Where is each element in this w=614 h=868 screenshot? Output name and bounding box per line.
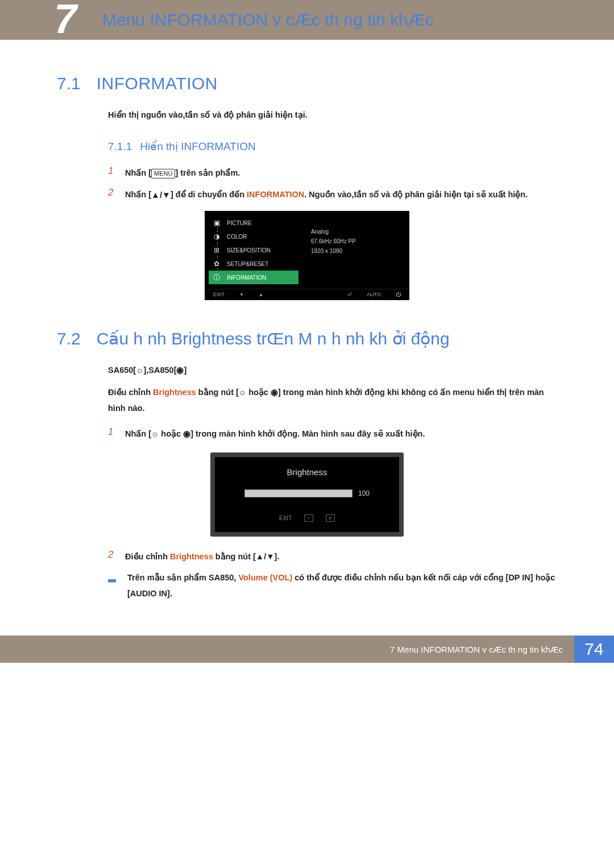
osd-menu-list: ▣PICTURE ◑COLOR ⊞SIZE&POSITION ✿SETUP&RE… [205, 211, 302, 289]
osd-item-label: COLOR [227, 234, 247, 240]
osd-footer: EXIT ⏎ AUTO ⏻ [205, 289, 409, 300]
page-footer: 7 Menu INFORMATION v cÆc th ng tin khÆc … [0, 636, 614, 663]
osd-screenshot: ▣PICTURE ◑COLOR ⊞SIZE&POSITION ✿SETUP&RE… [205, 211, 409, 300]
osd-info-res: 1920 x 1080 [311, 248, 400, 254]
applicable-models: SA650[☼],SA850[◉] [108, 366, 557, 375]
section-7-2-heading: 7.2 Cấu h nh Brightness trŒn M n h nh kh… [57, 329, 557, 348]
subsection-title: Hiển thị INFORMATION [140, 140, 256, 153]
text: . Nguồn vào,tần số và độ phân giải hiện … [304, 190, 528, 199]
osd-item-information: ⓘINFORMATION [209, 271, 298, 284]
menu-button-label: MENU [151, 169, 175, 178]
osd-item-label: PICTURE [227, 220, 252, 226]
text: bằng nút [▲/▼]. [213, 552, 280, 561]
osd-auto-label: AUTO [367, 292, 381, 297]
step-number: 1 [108, 165, 116, 177]
brightness-value: 100 [358, 489, 370, 497]
osd-item-label: SETUP&RESET [227, 261, 268, 267]
brightness-screenshot: Brightness 100 EXIT − + [210, 452, 404, 537]
setup-icon: ✿ [211, 259, 222, 268]
step-text: Nhấn [MENU] trên sản phẩm. [125, 165, 557, 181]
footer-page-number: 74 [574, 636, 614, 663]
brightness-footer: EXIT − + [231, 512, 383, 524]
osd-item-picture: ▣PICTURE [211, 216, 296, 230]
step-text: Nhấn [▲/▼] để di chuyển đến INFORMATION.… [125, 187, 557, 203]
osd-item-color: ◑COLOR [211, 230, 296, 243]
section-title: INFORMATION [97, 74, 218, 93]
note-icon: ▂ [108, 570, 118, 583]
subsection-7-1-1-heading: 7.1.1 Hiển thị INFORMATION [108, 140, 557, 153]
text: Nhấn [ [125, 190, 151, 199]
chapter-number: 7 [54, 0, 77, 42]
text: ] trên sản phẩm. [175, 168, 240, 177]
osd-body: ▣PICTURE ◑COLOR ⊞SIZE&POSITION ✿SETUP&RE… [205, 211, 409, 289]
brightness-exit: EXIT [279, 515, 292, 521]
footer-text: 7 Menu INFORMATION v cÆc th ng tin khÆc [0, 636, 574, 663]
minus-key: − [304, 514, 313, 522]
picture-icon: ▣ [211, 218, 222, 227]
osd-item-label: INFORMATION [227, 275, 266, 281]
power-icon: ⏻ [396, 292, 401, 297]
section-title: Cấu h nh Brightness trŒn M n h nh kh ởi … [97, 329, 450, 348]
osd-info-freq: 67.6kHz 60Hz PP [311, 238, 400, 244]
step-2: 2 Nhấn [▲/▼] để di chuyển đến INFORMATIO… [108, 187, 557, 203]
note-text: Trên mẫu sản phẩm SA850, Volume (VOL) có… [127, 570, 557, 601]
steps-7-2-cont: 2 Điều chỉnh Brightness bằng nút [▲/▼]. [108, 549, 557, 565]
size-icon: ⊞ [211, 246, 222, 255]
highlight-brightness: Brightness [170, 552, 213, 561]
chapter-title: Menu INFORMATION v cÆc th ng tin khÆc [102, 10, 434, 30]
section-number: 7.2 [57, 329, 81, 348]
text: Điều chỉnh [125, 552, 170, 561]
section-7-1-heading: 7.1 INFORMATION [57, 74, 557, 93]
plus-key: + [326, 514, 335, 522]
text: ] để di chuyển đến [171, 190, 247, 199]
step-text: Điều chỉnh Brightness bằng nút [▲/▼]. [125, 549, 557, 565]
brightness-bar-fill [245, 490, 352, 497]
up-icon [259, 292, 263, 297]
osd-exit-label: EXIT [213, 292, 225, 297]
up-down-icon: ▲/▼ [151, 187, 171, 203]
brightness-body: Brightness 100 EXIT − + [215, 457, 399, 532]
section-7-1-desc: Hiển thị nguồn vào,tần số và độ phân giả… [108, 110, 557, 119]
section-number: 7.1 [57, 74, 81, 93]
text: Trên mẫu sản phẩm SA850, [127, 573, 238, 582]
steps-7-2: 1 Nhấn [☼ hoặc ◉] trong màn hình khởi độ… [108, 426, 557, 442]
step-number: 1 [108, 426, 116, 438]
subsection-number: 7.1.1 [108, 140, 132, 153]
highlight-volume: Volume [238, 573, 267, 582]
osd-menu: ▣PICTURE ◑COLOR ⊞SIZE&POSITION ✿SETUP&RE… [205, 211, 409, 300]
steps-7-1-1: 1 Nhấn [MENU] trên sản phẩm. 2 Nhấn [▲/▼… [108, 165, 557, 203]
brightness-bar-row: 100 [231, 489, 383, 497]
step-number: 2 [108, 187, 116, 198]
text: Nhấn [ [125, 168, 151, 177]
osd-item-setup: ✿SETUP&RESET [211, 257, 296, 271]
step-1: 1 Nhấn [☼ hoặc ◉] trong màn hình khởi độ… [108, 426, 557, 442]
color-icon: ◑ [211, 232, 222, 241]
enter-icon: ⏎ [347, 292, 352, 297]
page-content: 7.1 INFORMATION Hiển thị nguồn vào,tần s… [0, 40, 614, 624]
step-text: Nhấn [☼ hoặc ◉] trong màn hình khởi động… [125, 426, 557, 442]
text: Điều chỉnh [108, 388, 153, 397]
osd-info-signal: Analog [311, 229, 400, 235]
osd-info-panel: Analog 67.6kHz 60Hz PP 1920 x 1080 [302, 211, 409, 289]
down-icon [239, 292, 244, 297]
highlight-brightness: Brightness [153, 388, 196, 397]
note-row: ▂ Trên mẫu sản phẩm SA850, Volume (VOL) … [108, 570, 557, 601]
highlight-vol: (VOL) [268, 573, 293, 582]
osd-item-label: SIZE&POSITION [227, 247, 271, 254]
step-1: 1 Nhấn [MENU] trên sản phẩm. [108, 165, 557, 181]
chapter-header: 7 Menu INFORMATION v cÆc th ng tin khÆc [0, 0, 614, 40]
highlight-information: INFORMATION [247, 190, 304, 199]
step-number: 2 [108, 549, 116, 560]
brightness-bar [244, 489, 352, 497]
osd-item-size: ⊞SIZE&POSITION [211, 243, 296, 257]
info-icon: ⓘ [211, 273, 222, 282]
step-2: 2 Điều chỉnh Brightness bằng nút [▲/▼]. [108, 549, 557, 565]
brightness-title: Brightness [231, 467, 383, 477]
section-7-2-desc: Điều chỉnh Brightness bằng nút [☼ hoặc ◉… [108, 385, 557, 416]
